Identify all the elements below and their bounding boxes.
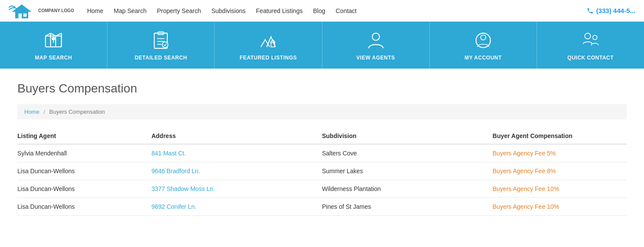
phone-number: (333) 444-5... xyxy=(596,7,635,14)
featured-listings-icon xyxy=(257,30,279,51)
listings-table: Listing Agent Address Subdivision Buyer … xyxy=(17,128,627,216)
logo-icon xyxy=(9,2,35,20)
table-header-row: Listing Agent Address Subdivision Buyer … xyxy=(17,128,627,144)
banner-view-agents-label: VIEW AGENTS xyxy=(356,55,395,61)
nav-contact[interactable]: Contact xyxy=(335,7,356,14)
nav-property-search[interactable]: Property Search xyxy=(157,7,201,14)
nav-featured-listings[interactable]: Featured Listings xyxy=(256,7,302,14)
banner-quick-contact[interactable]: QUICK CONTACT xyxy=(537,22,644,69)
cell-agent: Lisa Duncan-Wellons xyxy=(17,198,151,216)
svg-point-17 xyxy=(163,42,168,47)
banner-map-search-label: MAP SEARCH xyxy=(35,55,72,61)
phone-area[interactable]: (333) 444-5... xyxy=(587,7,635,14)
svg-point-10 xyxy=(52,37,55,40)
cell-compensation: Buyers Agency Fee 10% xyxy=(493,198,627,216)
banner-featured-listings[interactable]: FEATURED LISTINGS xyxy=(215,22,322,69)
map-search-icon xyxy=(43,30,64,51)
breadcrumb-separator: / xyxy=(43,109,45,115)
svg-point-21 xyxy=(481,35,486,40)
cell-address: 841 Mast Ct. xyxy=(151,144,322,162)
banner-my-account-label: MY ACCOUNT xyxy=(465,55,502,61)
breadcrumb-current: Buyers Compensation xyxy=(50,109,105,115)
logo-text: COMPANY LOGO xyxy=(38,8,74,13)
banner-view-agents[interactable]: VIEW AGENTS xyxy=(322,22,430,69)
banner-map-search[interactable]: MAP SEARCH xyxy=(0,22,107,69)
svg-rect-1 xyxy=(19,13,22,18)
quick-contact-icon xyxy=(580,30,601,51)
cell-address: 9646 Bradford Ln. xyxy=(151,162,322,180)
logo: COMPANY LOGO xyxy=(9,2,74,20)
cell-address: 3377 Shadow Moss Ln. xyxy=(151,180,322,198)
my-account-icon xyxy=(472,30,494,51)
svg-point-22 xyxy=(585,33,591,39)
breadcrumb: Home / Buyers Compensation xyxy=(17,104,627,119)
nav-blog[interactable]: Blog xyxy=(313,7,325,14)
cell-compensation: Buyers Agency Fee 8% xyxy=(493,162,627,180)
banner-featured-listings-label: FEATURED LISTINGS xyxy=(240,55,297,61)
svg-rect-2 xyxy=(23,13,27,17)
breadcrumb-home-link[interactable]: Home xyxy=(24,109,40,115)
cell-agent: Lisa Duncan-Wellons xyxy=(17,180,151,198)
view-agents-icon xyxy=(365,30,387,51)
col-header-compensation: Buyer Agent Compensation xyxy=(493,128,627,144)
blue-banner: MAP SEARCH DETAILED SEARCH FEATURED LIST… xyxy=(0,22,644,69)
table-row: Lisa Duncan-Wellons9646 Bradford Ln.Summ… xyxy=(17,162,627,180)
cell-subdivision: Pines of St James xyxy=(322,198,493,216)
cell-subdivision: Summer Lakes xyxy=(322,162,493,180)
address-link[interactable]: 841 Mast Ct. xyxy=(151,150,186,157)
col-header-subdivision: Subdivision xyxy=(322,128,493,144)
nav-home[interactable]: Home xyxy=(87,7,103,14)
cell-address: 9692 Conifer Ln. xyxy=(151,198,322,216)
cell-subdivision: Wilderness Plantation xyxy=(322,180,493,198)
banner-quick-contact-label: QUICK CONTACT xyxy=(568,55,614,61)
cell-agent: Sylvia Mendenhall xyxy=(17,144,151,162)
page-title: Buyers Compensation xyxy=(17,82,627,96)
detailed-search-icon xyxy=(150,30,172,51)
table-row: Sylvia Mendenhall841 Mast Ct.Salters Cov… xyxy=(17,144,627,162)
cell-compensation: Buyers Agency Fee 5% xyxy=(493,144,627,162)
svg-point-19 xyxy=(372,33,379,40)
table-row: Lisa Duncan-Wellons3377 Shadow Moss Ln.W… xyxy=(17,180,627,198)
cell-subdivision: Salters Cove xyxy=(322,144,493,162)
address-link[interactable]: 9692 Conifer Ln. xyxy=(151,203,196,210)
address-link[interactable]: 9646 Bradford Ln. xyxy=(151,168,200,175)
top-nav: COMPANY LOGO Home Map Search Property Se… xyxy=(0,0,644,22)
col-header-agent: Listing Agent xyxy=(17,128,151,144)
address-link[interactable]: 3377 Shadow Moss Ln. xyxy=(151,185,215,192)
col-header-address: Address xyxy=(151,128,322,144)
banner-my-account[interactable]: MY ACCOUNT xyxy=(430,22,537,69)
cell-compensation: Buyers Agency Fee 10% xyxy=(493,180,627,198)
nav-subdivisions[interactable]: Subdivisions xyxy=(211,7,246,14)
svg-point-23 xyxy=(593,35,597,40)
nav-map-search[interactable]: Map Search xyxy=(114,7,146,14)
nav-links: Home Map Search Property Search Subdivis… xyxy=(87,7,587,14)
table-row: Lisa Duncan-Wellons9692 Conifer Ln.Pines… xyxy=(17,198,627,216)
cell-agent: Lisa Duncan-Wellons xyxy=(17,162,151,180)
phone-icon xyxy=(587,7,594,14)
banner-detailed-search-label: DETAILED SEARCH xyxy=(135,55,187,61)
main-content: Buyers Compensation Home / Buyers Compen… xyxy=(0,69,644,229)
banner-detailed-search[interactable]: DETAILED SEARCH xyxy=(107,22,215,69)
